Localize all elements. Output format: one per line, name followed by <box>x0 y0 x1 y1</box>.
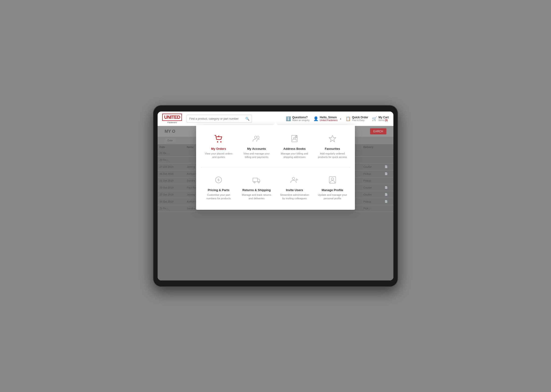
svg-point-5 <box>257 136 259 138</box>
menu-item-address-books[interactable]: Address Books Manage your billing and sh… <box>277 132 312 161</box>
user-icon: 👤 <box>313 116 318 121</box>
address-books-title: Address Books <box>283 147 306 151</box>
questions-label: Questions? <box>292 116 310 119</box>
my-orders-desc: View your placed orders and quotes <box>203 152 234 159</box>
menu-item-favourites[interactable]: Favourites Add regularly ordered product… <box>315 132 350 161</box>
cart-icon <box>214 134 223 145</box>
address-books-desc: Manage your billing and shipping address… <box>279 152 310 159</box>
favourites-desc: Add regularly ordered products for quick… <box>317 152 348 159</box>
info-icon: ℹ️ <box>286 116 291 121</box>
svg-point-7 <box>293 137 295 139</box>
favourites-title: Favourites <box>325 147 340 151</box>
my-orders-title: My Orders <box>211 147 226 151</box>
cart-label: My Cart <box>378 116 389 119</box>
brand-name: UNITED <box>164 115 180 120</box>
invite-users-desc: Streamline administration by inviting co… <box>279 193 310 200</box>
menu-item-my-accounts[interactable]: My Accounts View and manage your billing… <box>239 132 275 161</box>
tablet-frame: UNITED Fasteners 🔍 ℹ️ Questions? Make an… <box>153 105 398 287</box>
address-icon <box>290 134 299 145</box>
logo-box: UNITED <box>162 114 182 121</box>
invite-icon <box>290 176 299 186</box>
svg-point-15 <box>292 177 295 180</box>
pricing-parts-desc: Customise your part numbers for products <box>203 193 234 200</box>
menu-item-invite-users[interactable]: Invite Users Streamline administration b… <box>277 173 312 203</box>
manage-profile-desc: Update and manage your personal profile <box>317 193 348 200</box>
search-input[interactable] <box>189 117 245 120</box>
pricing-parts-title: Pricing & Parts <box>208 188 230 192</box>
svg-marker-9 <box>329 135 336 142</box>
manage-profile-title: Manage Profile <box>322 188 343 192</box>
star-icon <box>328 134 337 145</box>
svg-point-13 <box>254 182 255 183</box>
questions-action[interactable]: ℹ️ Questions? Make an enquiry <box>286 116 310 122</box>
svg-point-19 <box>331 178 334 180</box>
questions-sub: Make an enquiry <box>292 119 310 122</box>
my-accounts-desc: View and manage your billing and payment… <box>241 152 272 159</box>
search-button-bg: EARCH <box>370 128 386 134</box>
user-action[interactable]: 👤 Hello, Simon United Fasteners ▲ <box>313 116 342 122</box>
menu-item-pricing-parts[interactable]: $ Pricing & Parts Customise your part nu… <box>201 173 237 203</box>
brand-sub: Fasteners <box>167 121 177 124</box>
cart-icon: 🛒 <box>372 116 377 121</box>
tablet-screen: UNITED Fasteners 🔍 ℹ️ Questions? Make an… <box>158 112 393 280</box>
svg-rect-12 <box>253 178 258 182</box>
truck-icon <box>252 176 261 186</box>
returns-shipping-desc: Manage and track returns and deliveries <box>241 193 272 200</box>
menu-grid: My Orders View your placed orders and qu… <box>201 132 350 203</box>
chevron-down-icon: ▲ <box>339 117 342 120</box>
quick-order-label: Quick Order <box>352 116 368 119</box>
svg-point-4 <box>254 136 257 138</box>
user-sub: United Fasteners <box>320 119 338 122</box>
svg-text:$: $ <box>218 178 219 182</box>
svg-point-1 <box>220 141 222 143</box>
page-title-bg: MY O <box>165 129 175 134</box>
menu-item-manage-profile[interactable]: Manage Profile Update and manage your pe… <box>315 173 350 203</box>
my-accounts-title: My Accounts <box>247 147 266 151</box>
pricing-icon: $ <box>214 176 223 186</box>
svg-point-0 <box>217 141 218 143</box>
cart-action[interactable]: 🛒 My Cart Items (3) <box>372 116 389 122</box>
returns-shipping-title: Returns & Shipping <box>242 188 271 192</box>
user-dropdown-menu: My Orders View your placed orders and qu… <box>196 125 355 210</box>
date-filter-bg: Date <box>165 138 176 143</box>
quick-order-action[interactable]: 📋 Quick Order Fast & Easy <box>346 116 368 122</box>
accounts-icon <box>252 134 261 145</box>
header-actions: ℹ️ Questions? Make an enquiry 👤 Hello, S… <box>286 116 389 122</box>
dropdown-caret <box>273 123 278 125</box>
menu-item-my-orders[interactable]: My Orders View your placed orders and qu… <box>201 132 237 161</box>
invite-users-title: Invite Users <box>286 188 303 192</box>
search-icon[interactable]: 🔍 <box>245 117 249 121</box>
menu-divider <box>201 167 350 168</box>
user-label: Hello, Simon <box>320 116 338 119</box>
quick-order-icon: 📋 <box>346 116 351 121</box>
quick-order-sub: Fast & Easy <box>352 119 368 122</box>
svg-point-14 <box>258 182 259 183</box>
profile-icon <box>328 176 337 186</box>
logo-wrapper: UNITED Fasteners <box>162 114 182 124</box>
search-bar[interactable]: 🔍 <box>187 115 252 123</box>
menu-item-returns-shipping[interactable]: Returns & Shipping Manage and track retu… <box>239 173 275 203</box>
cart-sub: Items (3) <box>378 119 389 122</box>
logo-area[interactable]: UNITED Fasteners <box>162 114 182 124</box>
svg-rect-3 <box>219 135 219 137</box>
